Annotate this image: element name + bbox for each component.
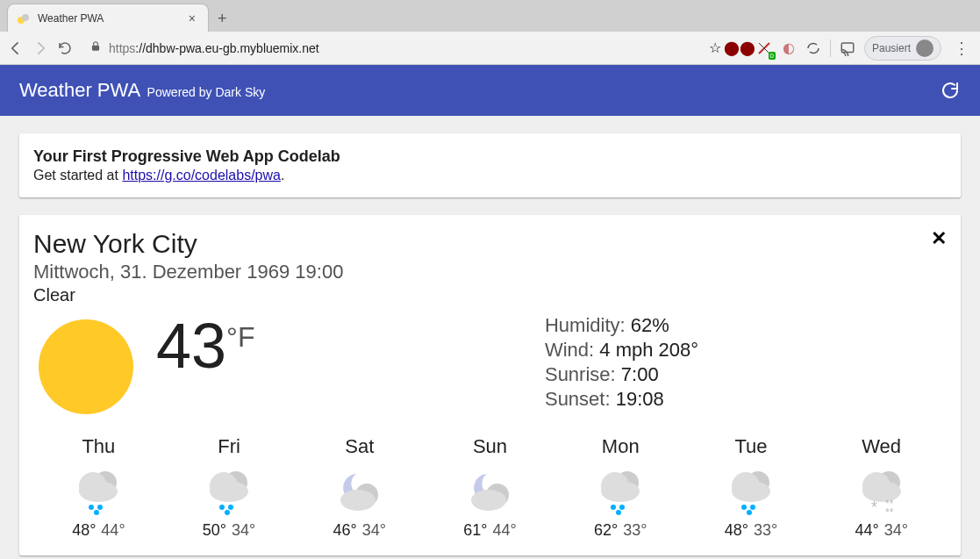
svg-point-10 [94, 510, 99, 515]
svg-point-31 [750, 505, 755, 510]
intro-prefix: Get started at [33, 168, 122, 183]
forecast-day: Sun61°44° [425, 435, 555, 540]
forecast-snow-icon: ***** [854, 462, 910, 518]
forecast-day-label: Sun [425, 435, 555, 458]
sunset-label: Sunset: [545, 388, 611, 410]
forecast-temps: 50°34° [164, 521, 295, 540]
refresh-button[interactable] [940, 80, 961, 101]
forecast-lo: 34° [232, 521, 255, 539]
temp-value: 43 [156, 314, 226, 377]
app-header: Weather PWA Powered by Dark Sky [0, 65, 980, 116]
temp-unit: °F [226, 321, 254, 354]
svg-point-35 [862, 481, 901, 502]
forecast-day: Thu48°44° [33, 435, 164, 540]
tab-close-icon[interactable]: × [185, 11, 199, 25]
forecast-day-label: Mon [555, 435, 686, 458]
svg-point-24 [611, 505, 616, 510]
forecast-day: Wed*****44°34° [816, 435, 947, 540]
current-stats: Humidity: 62% Wind: 4 mph 208° Sunrise: … [545, 314, 698, 412]
lock-icon [89, 40, 102, 55]
forecast-temps: 62°33° [555, 521, 686, 540]
forecast-day-label: Fri [164, 435, 295, 458]
forecast-day-label: Thu [33, 435, 164, 458]
close-card-button[interactable]: ✕ [931, 227, 947, 250]
forecast-lo: 44° [101, 521, 125, 539]
weather-description: Clear [33, 285, 947, 305]
forecast-day: Mon62°33° [555, 435, 686, 540]
reload-button[interactable] [56, 39, 74, 57]
forecast-lo: 34° [884, 521, 908, 539]
new-tab-button[interactable]: + [218, 10, 227, 32]
forecast-lo: 33° [754, 521, 777, 539]
forecast-night-cloudy-icon [332, 462, 388, 518]
svg-text:**: ** [885, 506, 894, 518]
forecast-night-cloudy-icon [462, 462, 519, 518]
svg-point-8 [89, 505, 94, 510]
forecast-row: Thu48°44°Fri50°34°Sat46°34°Sun61°44°Mon6… [33, 435, 947, 540]
back-button[interactable] [7, 39, 25, 57]
forecast-hi: 62° [594, 521, 618, 539]
browser-toolbar: https ://dhbw-pwa.eu-gb.mybluemix.net ☆ … [0, 32, 980, 65]
forecast-day-label: Tue [686, 435, 817, 458]
wind-value: 4 mph 208° [599, 339, 698, 361]
star-icon[interactable]: ☆ [707, 40, 723, 56]
extension-sync-icon[interactable] [805, 40, 821, 56]
url-host: ://dhbw-pwa.eu-gb.mybluemix.net [135, 41, 318, 55]
forecast-rain-icon [201, 462, 257, 518]
forecast-hi: 61° [463, 521, 487, 539]
toolbar-right: ☆ ⬤⬤ 0 ◐ Pausiert ⋮ [707, 36, 973, 61]
svg-point-18 [340, 490, 376, 511]
forecast-hi: 48° [725, 521, 748, 539]
city-name: New York City [33, 229, 947, 259]
forecast-day-label: Wed [816, 435, 947, 458]
svg-point-15 [228, 505, 233, 510]
humidity-value: 62% [631, 314, 669, 336]
current-temp: 43 °F [156, 314, 254, 377]
svg-point-25 [619, 505, 625, 510]
browser-tab[interactable]: Weather PWA × [7, 4, 209, 32]
forecast-rain-icon [592, 462, 648, 518]
forecast-day: Fri50°34° [164, 435, 295, 540]
forecast-lo: 34° [362, 521, 386, 539]
forecast-day: Sat46°34° [294, 435, 425, 540]
extension-incognito-icon[interactable]: ⬤⬤ [732, 40, 748, 56]
svg-rect-3 [841, 43, 854, 53]
intro-link[interactable]: https://g.co/codelabs/pwa [122, 168, 281, 183]
avatar-icon [916, 39, 934, 57]
svg-point-23 [601, 481, 640, 502]
forecast-temps: 48°44° [33, 521, 164, 540]
sunrise-value: 7:00 [621, 363, 659, 385]
forecast-hi: 44° [855, 521, 878, 539]
svg-text:*: * [871, 498, 877, 516]
forecast-rain-icon [723, 462, 779, 518]
app-subtitle: Powered by Dark Sky [147, 85, 266, 99]
profile-button[interactable]: Pausiert [864, 36, 941, 61]
svg-point-20 [471, 490, 506, 511]
forward-button[interactable] [32, 39, 49, 57]
intro-text: Get started at https://g.co/codelabs/pwa… [33, 168, 947, 183]
current-weather: 43 °F Humidity: 62% Wind: 4 mph 208° Sun… [33, 314, 947, 419]
forecast-hi: 46° [333, 521, 357, 539]
browser-menu-button[interactable]: ⋮ [950, 39, 973, 58]
cast-icon[interactable] [840, 40, 855, 56]
url-protocol: https [109, 41, 135, 55]
url-bar[interactable]: https ://dhbw-pwa.eu-gb.mybluemix.net [81, 37, 700, 59]
tab-title: Weather PWA [38, 12, 185, 25]
weather-date: Mittwoch, 31. Dezember 1969 19:00 [33, 261, 947, 283]
svg-point-9 [97, 505, 103, 510]
svg-point-14 [219, 505, 225, 510]
forecast-lo: 44° [493, 521, 517, 539]
page-content: Your First Progressive Web App Codelab G… [0, 116, 980, 559]
svg-point-32 [747, 510, 752, 515]
extension-adblock-icon[interactable]: 0 [756, 40, 772, 56]
extension-circle-icon[interactable]: ◐ [781, 40, 797, 56]
svg-point-1 [22, 14, 29, 21]
svg-point-16 [225, 510, 230, 515]
forecast-temps: 44°34° [816, 521, 947, 540]
svg-point-13 [210, 481, 248, 502]
toolbar-separator [830, 39, 831, 57]
profile-label: Pausiert [872, 42, 911, 54]
forecast-hi: 50° [203, 521, 226, 539]
forecast-temps: 46°34° [294, 521, 425, 540]
intro-card: Your First Progressive Web App Codelab G… [19, 133, 961, 197]
